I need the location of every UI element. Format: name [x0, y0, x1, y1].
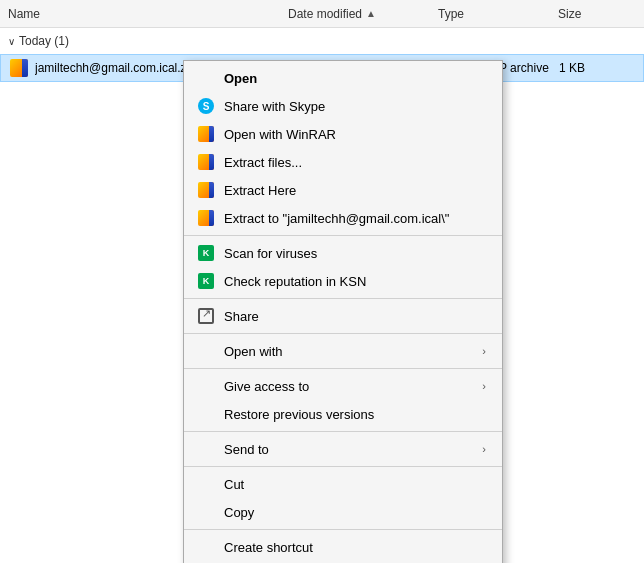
- scan-viruses-icon: K: [196, 243, 216, 263]
- col-header-date[interactable]: Date modified ▲: [288, 7, 438, 21]
- menu-item-scan-viruses[interactable]: KScan for viruses: [184, 239, 502, 267]
- menu-separator: [184, 466, 502, 467]
- open-icon: [196, 68, 216, 88]
- file-type-icon: [9, 58, 29, 78]
- menu-item-check-reputation[interactable]: KCheck reputation in KSN: [184, 267, 502, 295]
- menu-item-cut[interactable]: Cut: [184, 470, 502, 498]
- menu-separator: [184, 368, 502, 369]
- col-header-name[interactable]: Name: [8, 7, 288, 21]
- col-header-size[interactable]: Size: [558, 7, 618, 21]
- group-header-today[interactable]: ∨ Today (1): [0, 28, 644, 54]
- cut-icon: [196, 474, 216, 494]
- check-reputation-label: Check reputation in KSN: [224, 274, 486, 289]
- menu-separator: [184, 431, 502, 432]
- menu-item-restore-versions[interactable]: Restore previous versions: [184, 400, 502, 428]
- extract-files-icon: [196, 152, 216, 172]
- menu-item-share-skype[interactable]: SShare with Skype: [184, 92, 502, 120]
- extract-to-icon: [196, 208, 216, 228]
- menu-item-share[interactable]: Share: [184, 302, 502, 330]
- group-expand-icon: ∨: [8, 36, 15, 47]
- restore-versions-label: Restore previous versions: [224, 407, 486, 422]
- menu-item-extract-files[interactable]: Extract files...: [184, 148, 502, 176]
- menu-item-give-access[interactable]: Give access to›: [184, 372, 502, 400]
- sort-arrow-icon: ▲: [366, 8, 376, 19]
- extract-to-label: Extract to "jamiltechh@gmail.com.ical\": [224, 211, 486, 226]
- menu-item-open[interactable]: Open: [184, 64, 502, 92]
- give-access-arrow-icon: ›: [482, 380, 486, 392]
- extract-here-icon: [196, 180, 216, 200]
- open-winrar-label: Open with WinRAR: [224, 127, 486, 142]
- menu-separator: [184, 333, 502, 334]
- explorer-window: Name Date modified ▲ Type Size ∨ Today (…: [0, 0, 644, 563]
- share-skype-icon: S: [196, 96, 216, 116]
- menu-item-send-to[interactable]: Send to›: [184, 435, 502, 463]
- col-header-type[interactable]: Type: [438, 7, 558, 21]
- open-with-icon: [196, 341, 216, 361]
- menu-separator: [184, 529, 502, 530]
- context-menu: OpenSShare with SkypeOpen with WinRARExt…: [183, 60, 503, 563]
- create-shortcut-label: Create shortcut: [224, 540, 486, 555]
- copy-icon: [196, 502, 216, 522]
- open-with-arrow-icon: ›: [482, 345, 486, 357]
- send-to-icon: [196, 439, 216, 459]
- open-with-label: Open with: [224, 344, 482, 359]
- create-shortcut-icon: [196, 537, 216, 557]
- check-reputation-icon: K: [196, 271, 216, 291]
- menu-item-open-with[interactable]: Open with›: [184, 337, 502, 365]
- give-access-icon: [196, 376, 216, 396]
- share-icon: [196, 306, 216, 326]
- scan-viruses-label: Scan for viruses: [224, 246, 486, 261]
- menu-item-copy[interactable]: Copy: [184, 498, 502, 526]
- give-access-label: Give access to: [224, 379, 482, 394]
- winrar-file-icon: [10, 59, 28, 77]
- menu-item-create-shortcut[interactable]: Create shortcut: [184, 533, 502, 561]
- menu-separator: [184, 235, 502, 236]
- share-skype-label: Share with Skype: [224, 99, 486, 114]
- menu-item-extract-to[interactable]: Extract to "jamiltechh@gmail.com.ical\": [184, 204, 502, 232]
- send-to-label: Send to: [224, 442, 482, 457]
- open-label: Open: [224, 71, 486, 86]
- menu-item-extract-here[interactable]: Extract Here: [184, 176, 502, 204]
- menu-separator: [184, 298, 502, 299]
- share-label: Share: [224, 309, 486, 324]
- copy-label: Copy: [224, 505, 486, 520]
- send-to-arrow-icon: ›: [482, 443, 486, 455]
- restore-versions-icon: [196, 404, 216, 424]
- column-headers: Name Date modified ▲ Type Size: [0, 0, 644, 28]
- file-size: 1 KB: [559, 61, 585, 75]
- open-winrar-icon: [196, 124, 216, 144]
- extract-here-label: Extract Here: [224, 183, 486, 198]
- extract-files-label: Extract files...: [224, 155, 486, 170]
- cut-label: Cut: [224, 477, 486, 492]
- menu-item-open-winrar[interactable]: Open with WinRAR: [184, 120, 502, 148]
- group-label: Today (1): [19, 34, 69, 48]
